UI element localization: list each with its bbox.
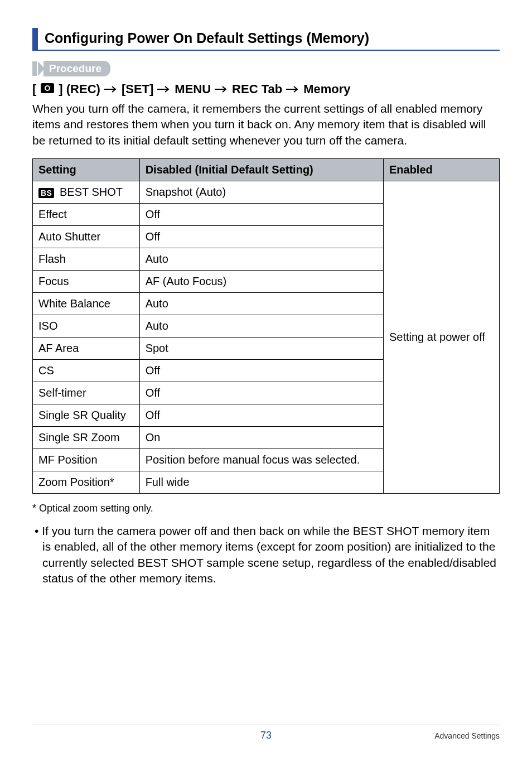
cell-disabled: Position before manual focus was selecte…: [139, 449, 383, 471]
cell-setting-label: BEST SHOT: [60, 186, 123, 198]
cell-disabled: Off: [139, 360, 383, 382]
breadcrumb-part-rectab: REC Tab: [232, 82, 282, 97]
section-heading: Configuring Power On Default Settings (M…: [32, 28, 500, 51]
cell-setting: AF Area: [33, 337, 140, 360]
cell-disabled: Off: [139, 382, 383, 404]
col-header-disabled: Disabled (Initial Default Setting): [139, 159, 383, 181]
cell-setting: Auto Shutter: [33, 226, 140, 248]
cell-disabled: On: [139, 427, 383, 449]
cell-setting: CS: [33, 360, 140, 382]
table-row: BS BEST SHOT Snapshot (Auto) Setting at …: [33, 181, 500, 204]
cell-setting: Single SR Zoom: [33, 427, 140, 449]
settings-table: Setting Disabled (Initial Default Settin…: [32, 158, 500, 494]
breadcrumb-part-menu: MENU: [175, 82, 211, 97]
col-header-setting: Setting: [33, 159, 140, 181]
page-container: Configuring Power On Default Settings (M…: [0, 0, 532, 757]
camera-icon: [41, 82, 54, 97]
cell-setting: Single SR Quality: [33, 404, 140, 427]
note-bullet: • If you turn the camera power off and t…: [32, 523, 500, 586]
cell-disabled: Off: [139, 226, 383, 248]
page-footer: 73 Advanced Settings: [32, 725, 500, 741]
cell-disabled: AF (Auto Focus): [139, 271, 383, 293]
cell-setting: Zoom Position*: [33, 471, 140, 494]
procedure-accent-bar: [32, 61, 37, 76]
arrow-right-icon: [286, 82, 300, 97]
heading-accent-bar: [32, 28, 38, 50]
procedure-label-row: Procedure: [32, 61, 500, 76]
breadcrumb-part-rec: ] (REC): [59, 82, 100, 97]
cell-disabled: Snapshot (Auto): [139, 181, 383, 204]
page-number: 73: [260, 730, 272, 741]
arrow-right-icon: [214, 82, 229, 97]
cell-setting: Flash: [33, 248, 140, 271]
cell-disabled: Off: [139, 404, 383, 427]
cell-disabled: Full wide: [139, 471, 383, 494]
cell-disabled: Auto: [139, 293, 383, 315]
breadcrumb: [ ] (REC) [SET] MENU REC Tab Memory: [32, 82, 500, 97]
arrow-right-icon: [157, 82, 171, 97]
breadcrumb-part-set: [SET]: [122, 82, 153, 97]
page-title: Configuring Power On Default Settings (M…: [45, 28, 369, 50]
cell-setting: Effect: [33, 204, 140, 226]
cell-setting: MF Position: [33, 449, 140, 471]
arrow-right-icon: [104, 82, 118, 97]
cell-setting: BS BEST SHOT: [33, 181, 140, 204]
cell-setting: Focus: [33, 271, 140, 293]
cell-setting: ISO: [33, 315, 140, 337]
best-shot-icon: BS: [38, 188, 54, 198]
cell-disabled: Spot: [139, 337, 383, 360]
cell-enabled: Setting at power off: [383, 181, 499, 494]
breadcrumb-bracket-open: [: [32, 82, 36, 97]
breadcrumb-part-memory: Memory: [303, 82, 350, 97]
table-header-row: Setting Disabled (Initial Default Settin…: [33, 159, 500, 181]
cell-disabled: Off: [139, 204, 383, 226]
col-header-enabled: Enabled: [383, 159, 499, 181]
cell-setting: Self-timer: [33, 382, 140, 404]
svg-point-2: [46, 86, 49, 90]
footer-section-name: Advanced Settings: [434, 731, 500, 740]
cell-disabled: Auto: [139, 315, 383, 337]
cell-disabled: Auto: [139, 248, 383, 271]
intro-paragraph: When you turn off the camera, it remembe…: [32, 101, 500, 148]
footnote: * Optical zoom setting only.: [32, 503, 500, 514]
procedure-label: Procedure: [43, 61, 110, 76]
cell-setting: White Balance: [33, 293, 140, 315]
